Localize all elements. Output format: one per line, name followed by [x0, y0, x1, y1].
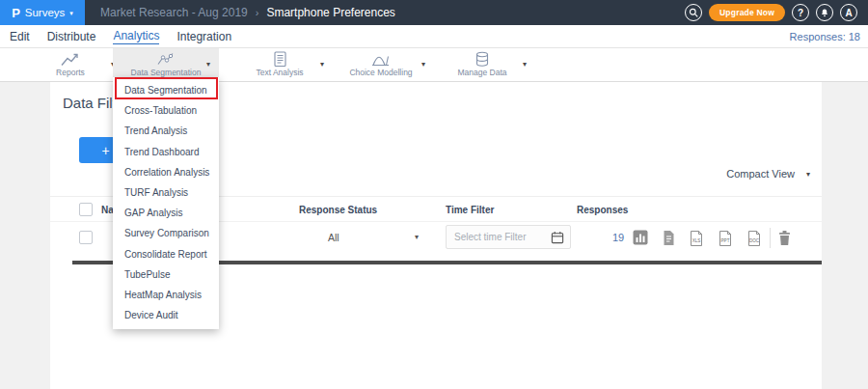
menu-item-analytics[interactable]: Analytics: [113, 29, 159, 44]
question-mark-icon: ?: [798, 8, 803, 18]
responses-count-label: Responses: 18: [790, 31, 860, 42]
breadcrumb-separator: ›: [256, 7, 259, 18]
toolbar-item-label: Text Analysis: [227, 68, 333, 77]
export-xls-label: XLS: [692, 238, 701, 243]
toolbar-item-label: Data Segmentation: [113, 68, 219, 77]
dropdown-item-device-audit[interactable]: Device Audit: [113, 305, 219, 325]
time-filter-placeholder: Select time Filter: [454, 232, 551, 242]
dropdown-item-tubepulse[interactable]: TubePulse: [113, 264, 219, 285]
database-icon: [474, 51, 491, 68]
questionpro-logo-icon: P: [12, 7, 20, 19]
row-checkbox[interactable]: [79, 231, 93, 244]
calendar-icon: [551, 231, 564, 244]
caret-down-icon: ▾: [421, 60, 425, 69]
product-label: Surveys: [25, 7, 66, 18]
caret-down-icon: ▾: [523, 60, 527, 69]
caret-down-icon[interactable]: ▾: [415, 233, 419, 241]
help-button[interactable]: ?: [792, 4, 809, 21]
scatter-chart-icon: [156, 51, 176, 68]
response-status-select[interactable]: All: [328, 232, 339, 243]
top-navbar: P Surveys ▾ Market Research - Aug 2019 ›…: [0, 0, 868, 25]
compact-view-select[interactable]: Compact View ▾: [726, 168, 810, 180]
menu-item-integration[interactable]: Integration: [176, 30, 231, 43]
dropdown-item-gap-analysis[interactable]: GAP Analysis: [113, 203, 219, 223]
dropdown-item-cross-tabulation[interactable]: Cross-Tabulation: [113, 100, 219, 121]
dropdown-item-survey-comparison[interactable]: Survey Comparison: [113, 223, 219, 243]
survey-menubar: Edit Distribute Analytics Integration Re…: [0, 25, 868, 48]
surveys-menu-button[interactable]: P Surveys ▾: [0, 0, 85, 25]
select-all-checkbox[interactable]: [79, 203, 93, 216]
caret-down-icon: ▾: [206, 60, 210, 69]
column-header-response-status: Response Status: [299, 205, 377, 215]
toolbar-item-manage-data[interactable]: Manage Data ▾: [429, 48, 535, 81]
line-chart-icon: [61, 51, 80, 68]
breadcrumb: Market Research - Aug 2019 › Smartphone …: [100, 6, 395, 19]
menu-item-distribute[interactable]: Distribute: [47, 30, 96, 43]
caret-down-icon: ▾: [320, 60, 324, 69]
responses-count-link[interactable]: 19: [612, 232, 624, 243]
toolbar-item-label: Manage Data: [429, 68, 535, 77]
toolbar-item-choice-modelling[interactable]: Choice Modelling ▾: [328, 48, 434, 81]
toolbar-item-reports[interactable]: Reports ▾: [17, 48, 123, 81]
column-header-responses: Responses: [577, 205, 628, 215]
topbar-actions: Upgrade Now ? A: [685, 4, 868, 21]
data-segmentation-dropdown: Data Segmentation Cross-Tabulation Trend…: [113, 77, 219, 329]
caret-down-icon: ▾: [69, 10, 73, 16]
time-filter-input[interactable]: Select time Filter: [446, 225, 571, 249]
analyze-chart-icon[interactable]: [633, 230, 648, 245]
export-xls-icon[interactable]: XLS: [689, 230, 704, 247]
breadcrumb-current-page: Smartphone Preferences: [266, 6, 394, 19]
toolbar-item-text-analysis[interactable]: Text Analysis ▾: [227, 48, 333, 81]
export-doc-label: DOC: [749, 238, 760, 243]
notifications-button[interactable]: [816, 4, 833, 21]
toolbar-item-data-segmentation[interactable]: Data Segmentation ▾: [113, 48, 219, 81]
dropdown-item-heatmap-analysis[interactable]: HeatMap Analysis: [113, 285, 219, 305]
plus-icon: +: [101, 144, 109, 157]
search-icon: [689, 8, 698, 17]
dropdown-item-trend-analysis[interactable]: Trend Analysis: [113, 121, 219, 141]
toolbar-item-label: Reports: [17, 68, 123, 77]
export-ppt-label: PPT: [721, 238, 730, 243]
bell-icon: [820, 8, 829, 18]
dropdown-item-consolidate-report[interactable]: Consolidate Report: [113, 244, 219, 264]
dropdown-item-data-segmentation[interactable]: Data Segmentation: [113, 80, 219, 100]
breadcrumb-survey-name[interactable]: Market Research - Aug 2019: [100, 6, 248, 19]
delete-trash-icon[interactable]: [777, 230, 792, 246]
caret-down-icon: ▾: [806, 170, 810, 179]
report-document-icon: [271, 51, 288, 68]
divider: [770, 228, 771, 248]
avatar[interactable]: A: [840, 4, 857, 21]
report-file-icon[interactable]: [662, 230, 676, 246]
avatar-initial: A: [845, 8, 852, 18]
curve-chart-icon: [371, 51, 391, 68]
dropdown-item-correlation-analysis[interactable]: Correlation Analysis: [113, 162, 219, 182]
dropdown-item-trend-dashboard[interactable]: Trend Dashboard: [113, 142, 219, 162]
dropdown-item-turf-analysis[interactable]: TURF Analysis: [113, 182, 219, 203]
upgrade-now-button[interactable]: Upgrade Now: [709, 4, 785, 21]
export-ppt-icon[interactable]: PPT: [718, 230, 733, 247]
menu-item-edit[interactable]: Edit: [10, 30, 30, 43]
column-header-time-filter: Time Filter: [446, 205, 494, 215]
compact-view-label: Compact View: [726, 168, 795, 180]
toolbar-item-label: Choice Modelling: [328, 68, 434, 77]
search-button[interactable]: [685, 4, 702, 21]
export-doc-icon[interactable]: DOC: [746, 230, 762, 247]
